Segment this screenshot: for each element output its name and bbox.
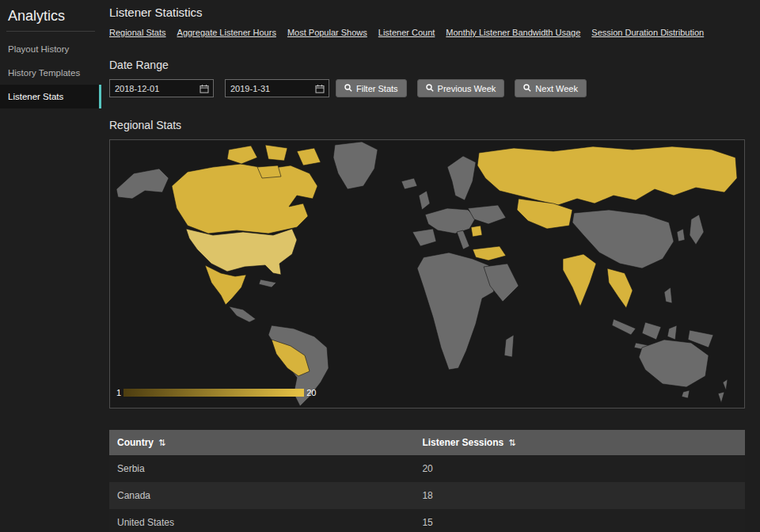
sidebar: Analytics Playout History History Templa… — [0, 0, 101, 532]
table-row: Serbia 20 — [109, 455, 745, 482]
map-country-russia[interactable] — [477, 146, 737, 205]
nav-link-regional-stats[interactable]: Regional Stats — [109, 28, 166, 37]
start-date-input[interactable] — [110, 84, 200, 93]
map-scandinavia[interactable] — [447, 156, 476, 200]
analytics-page: Analytics Playout History History Templa… — [0, 0, 760, 532]
sidebar-item-playout-history[interactable]: Playout History — [0, 37, 101, 61]
legend-max-label: 20 — [306, 388, 316, 397]
map-country-turkey[interactable] — [473, 246, 506, 260]
date-range-controls: Filter Stats Previous Week Next Week — [109, 79, 744, 97]
previous-week-button[interactable]: Previous Week — [417, 79, 505, 97]
filter-stats-label: Filter Stats — [356, 84, 398, 93]
calendar-icon[interactable] — [200, 84, 213, 93]
sidebar-item-history-templates[interactable]: History Templates — [0, 61, 101, 85]
map-borneo[interactable] — [642, 322, 661, 340]
sidebar-item-listener-stats[interactable]: Listener Stats — [0, 85, 101, 108]
nav-link-monthly-listener-bandwidth[interactable]: Monthly Listener Bandwidth Usage — [446, 28, 580, 37]
search-icon — [426, 84, 434, 93]
map-country-madagascar[interactable] — [504, 335, 514, 357]
sidebar-divider — [6, 31, 95, 32]
column-header-label: Listener Sessions — [422, 437, 504, 448]
map-country-serbia[interactable] — [471, 226, 482, 237]
map-legend: 1 20 — [116, 388, 316, 397]
legend-min-label: 1 — [116, 388, 121, 397]
map-iberia[interactable] — [412, 229, 436, 246]
end-date-input[interactable] — [226, 84, 315, 93]
map-country-greenland[interactable] — [333, 142, 378, 189]
map-new-zealand[interactable] — [718, 392, 724, 403]
next-week-button[interactable]: Next Week — [515, 79, 587, 97]
sessions-cell: 20 — [414, 455, 745, 482]
map-country-india[interactable] — [563, 254, 596, 306]
sidebar-item-label: Listener Stats — [8, 92, 63, 101]
start-date-field — [109, 79, 214, 97]
sidebar-item-label: History Templates — [8, 68, 80, 78]
map-arabia[interactable] — [484, 264, 519, 302]
nav-link-aggregate-listener-hours[interactable]: Aggregate Listener Hours — [177, 28, 276, 37]
end-date-field — [225, 79, 329, 97]
map-country-australia[interactable] — [639, 340, 709, 387]
map-philippines[interactable] — [664, 287, 672, 303]
column-header-listener-sessions[interactable]: Listener Sessions⇅ — [414, 430, 745, 455]
map-country-iceland[interactable] — [401, 178, 417, 189]
sort-icon[interactable]: ⇅ — [158, 438, 165, 447]
stats-nav: Regional Stats Aggregate Listener Hours … — [109, 28, 744, 37]
map-country-japan[interactable] — [690, 215, 704, 245]
search-icon — [344, 84, 352, 93]
column-header-country[interactable]: Country⇅ — [109, 430, 414, 455]
map-arctic-island[interactable] — [297, 148, 321, 165]
calendar-icon[interactable] — [315, 84, 329, 93]
date-range-label: Date Range — [109, 59, 744, 71]
nav-link-session-duration[interactable]: Session Duration Distribution — [591, 28, 704, 37]
map-arctic-island[interactable] — [227, 146, 257, 164]
sessions-cell: 15 — [414, 509, 745, 532]
map-sulawesi[interactable] — [667, 325, 677, 340]
previous-week-label: Previous Week — [438, 84, 496, 93]
map-country-italy[interactable] — [457, 230, 469, 249]
sessions-cell: 18 — [414, 482, 745, 509]
main-content: Listener Statistics Regional Stats Aggre… — [101, 0, 760, 532]
map-country-mexico[interactable] — [205, 265, 246, 305]
regional-stats-title: Regional Stats — [109, 119, 744, 131]
legend-gradient-bar — [124, 389, 304, 397]
map-sumatra[interactable] — [612, 319, 636, 335]
map-country-united-states[interactable] — [186, 229, 297, 275]
country-cell: Canada — [109, 482, 414, 509]
table-row: Canada 18 — [109, 482, 745, 509]
map-indochina[interactable] — [607, 268, 633, 308]
search-icon — [523, 84, 531, 93]
next-week-label: Next Week — [535, 84, 578, 93]
map-country-canada[interactable] — [172, 164, 317, 234]
map-country-cuba[interactable] — [259, 279, 276, 287]
column-header-label: Country — [117, 437, 154, 448]
nav-link-most-popular-shows[interactable]: Most Popular Shows — [287, 28, 367, 37]
map-korea[interactable] — [677, 229, 685, 241]
nav-link-listener-count[interactable]: Listener Count — [378, 28, 435, 37]
map-central-america[interactable] — [229, 306, 256, 322]
table-row: United States 15 — [109, 509, 745, 532]
page-title: Listener Statistics — [109, 6, 744, 19]
world-map-panel: 1 20 — [109, 139, 745, 408]
country-cell: Serbia — [109, 455, 414, 482]
map-new-zealand[interactable] — [723, 379, 728, 390]
world-map[interactable] — [110, 140, 744, 408]
sort-icon[interactable]: ⇅ — [508, 438, 515, 447]
map-arctic-island[interactable] — [265, 145, 287, 161]
table-header-row: Country⇅ Listener Sessions⇅ — [109, 430, 745, 455]
filter-stats-button[interactable]: Filter Stats — [336, 79, 407, 97]
sidebar-item-label: Playout History — [8, 44, 69, 54]
sidebar-title: Analytics — [0, 5, 101, 31]
map-country-alaska[interactable] — [116, 169, 169, 199]
map-country-uk[interactable] — [419, 191, 430, 210]
listener-sessions-table: Country⇅ Listener Sessions⇅ Serbia 20 Ca… — [109, 430, 745, 532]
country-cell: United States — [109, 509, 414, 532]
map-tasmania[interactable] — [682, 390, 690, 398]
